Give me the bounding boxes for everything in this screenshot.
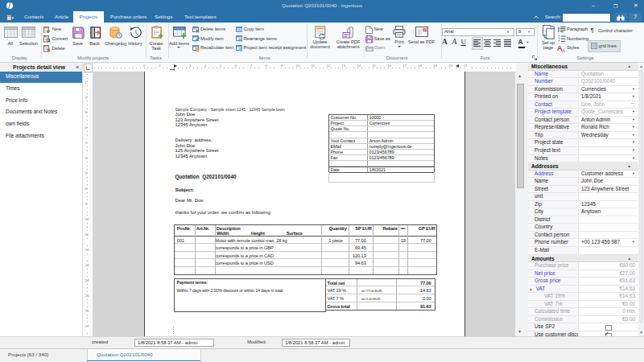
svg-text:A: A: [561, 47, 566, 52]
